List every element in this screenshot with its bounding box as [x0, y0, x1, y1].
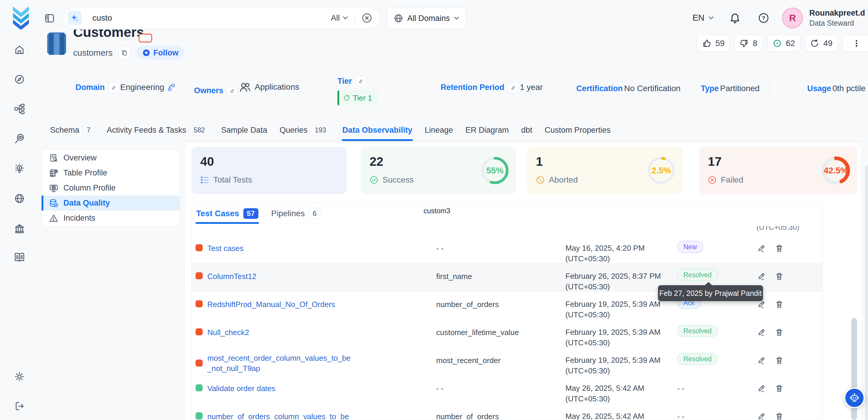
ai-sparkle-chip[interactable] — [67, 11, 82, 25]
sidebar-item-home[interactable] — [13, 44, 25, 56]
delete-icon[interactable] — [775, 272, 784, 281]
nav-overview[interactable]: Overview — [41, 150, 180, 166]
nav-table-profile[interactable]: Table Profile — [41, 166, 180, 181]
success-donut: 55% — [479, 155, 510, 186]
sidebar-item-explore[interactable] — [13, 73, 25, 85]
edit-icon[interactable] — [757, 356, 766, 365]
test-case-link[interactable]: Test cases — [207, 243, 244, 253]
help-button[interactable]: ? — [758, 12, 769, 25]
views-button[interactable]: 62 — [768, 35, 801, 52]
edit-icon[interactable] — [757, 244, 766, 253]
edit-icon[interactable] — [757, 300, 766, 309]
tab-lineage[interactable]: Lineage — [425, 119, 453, 141]
test-case-link[interactable]: most_recent_order_column_values_to_be _n… — [207, 353, 351, 374]
tab-data-observability[interactable]: Data Observability — [342, 119, 412, 141]
edit-owners-button[interactable] — [227, 86, 238, 96]
tab-sample-data[interactable]: Sample Data — [221, 119, 267, 141]
logo-chevrons-icon — [11, 6, 31, 30]
sidebar-item-insights[interactable] — [13, 163, 25, 175]
chevron-down-icon — [708, 16, 714, 20]
sidebar-item-logout[interactable] — [13, 400, 25, 412]
chatbot-button[interactable] — [844, 388, 865, 408]
search-scope-label: All — [331, 13, 340, 23]
sidebar-item-govern[interactable] — [13, 223, 25, 235]
tab-queries[interactable]: Queries193 — [280, 119, 330, 141]
meta-owners-value[interactable]: Applications — [255, 82, 299, 92]
edit-tier-button[interactable] — [355, 76, 366, 86]
refresh-button[interactable]: 49 — [805, 35, 838, 52]
nav-data-quality[interactable]: Data Quality — [41, 196, 180, 211]
delete-icon[interactable] — [775, 384, 784, 393]
globe-icon — [394, 13, 403, 23]
tab-schema[interactable]: Schema7 — [50, 119, 94, 141]
table-person-icon — [49, 169, 58, 178]
notifications-button[interactable] — [729, 12, 741, 24]
delete-icon[interactable] — [775, 244, 784, 253]
follow-button[interactable]: Follow — [136, 46, 184, 60]
delete-icon[interactable] — [775, 328, 784, 337]
status-badge[interactable]: Resolved — [677, 269, 718, 281]
edit-icon[interactable] — [757, 272, 766, 281]
nav-column-profile[interactable]: Column Profile — [41, 181, 180, 196]
test-case-link[interactable]: Validate order dates — [207, 384, 276, 394]
status-badge[interactable]: New — [677, 241, 703, 253]
sidebar-item-lineage[interactable] — [13, 103, 25, 115]
refresh-icon — [810, 39, 819, 48]
tab-custom-properties[interactable]: Custom Properties — [545, 119, 611, 141]
global-search[interactable]: All — [63, 7, 380, 29]
all-domains-button[interactable]: All Domains — [387, 8, 466, 29]
meta-tier: Tier Tier 1 — [337, 76, 378, 106]
link-nodes-icon[interactable] — [168, 84, 175, 91]
copy-name-button[interactable] — [119, 46, 130, 59]
avatar-initial: R — [789, 13, 796, 24]
search-input[interactable] — [92, 13, 331, 23]
tab-test-cases[interactable]: Test Cases 57 — [196, 203, 258, 224]
tab-activity[interactable]: Activity Feeds & Tasks582 — [107, 119, 209, 141]
user-menu[interactable]: R Rounakpreet.d Data Steward — [782, 8, 868, 28]
edit-icon[interactable] — [757, 384, 766, 393]
edit-retention-button[interactable] — [508, 83, 519, 93]
sidebar-toggle-button[interactable] — [44, 13, 55, 24]
delete-icon[interactable] — [775, 412, 784, 420]
column-cell: - - — [436, 236, 565, 264]
app-logo[interactable] — [11, 6, 31, 31]
views-ring-icon — [773, 39, 782, 48]
test-case-link[interactable]: ColumnTest12 — [207, 271, 256, 282]
sidebar-item-settings[interactable] — [13, 371, 25, 383]
sidebar-item-glossary[interactable] — [13, 251, 25, 263]
test-case-link[interactable]: number_of_orders_column_values_to_be_ — [207, 412, 353, 420]
question-circle-icon: ? — [758, 12, 769, 24]
tab-pipelines[interactable]: Pipelines 6 — [271, 203, 320, 224]
edit-domain-button[interactable] — [108, 83, 119, 93]
more-actions-button[interactable] — [842, 35, 868, 52]
status-empty: - - — [677, 384, 685, 393]
test-case-link[interactable]: RedshiftProd_Manual_No_Of_Orders — [207, 299, 335, 310]
delete-icon[interactable] — [775, 300, 784, 309]
language-selector[interactable]: EN — [692, 13, 714, 23]
status-badge[interactable]: Resolved — [677, 353, 718, 365]
avatar[interactable]: R — [782, 8, 803, 28]
tab-er-diagram[interactable]: ER Diagram — [465, 119, 509, 141]
x-circle-icon — [708, 176, 717, 184]
quality-tab-bar: Test Cases 57 Pipelines 6 custom3 — [191, 203, 823, 224]
status-badge[interactable]: Resolved — [677, 325, 718, 337]
sidebar-item-domains[interactable] — [13, 192, 25, 204]
downvote-button[interactable]: 8 — [734, 35, 763, 52]
nav-incidents[interactable]: Incidents — [41, 211, 180, 226]
sidebar-item-observability[interactable] — [13, 133, 25, 145]
document-search-icon — [49, 154, 58, 162]
test-cases-card: Test Cases 57 Pipelines 6 custom3 (UTC+0… — [191, 203, 823, 420]
clear-search-icon[interactable] — [361, 12, 373, 24]
test-case-link[interactable]: Null_check2 — [207, 327, 249, 338]
tab-dbt[interactable]: dbt — [521, 119, 532, 141]
search-scope-dropdown[interactable]: All — [331, 13, 348, 23]
upvote-button[interactable]: 59 — [697, 35, 730, 52]
delete-icon[interactable] — [775, 356, 784, 365]
tier-badge[interactable]: Tier 1 — [337, 90, 378, 106]
outer-scrollbar[interactable] — [865, 165, 868, 420]
edit-icon[interactable] — [757, 412, 766, 420]
date-cell: May 26, 2025, 5:42 AM — [565, 404, 677, 420]
meta-retention-label: Retention Period — [441, 83, 504, 92]
edit-icon[interactable] — [757, 328, 766, 337]
meta-domain-value: Engineering — [120, 83, 164, 92]
